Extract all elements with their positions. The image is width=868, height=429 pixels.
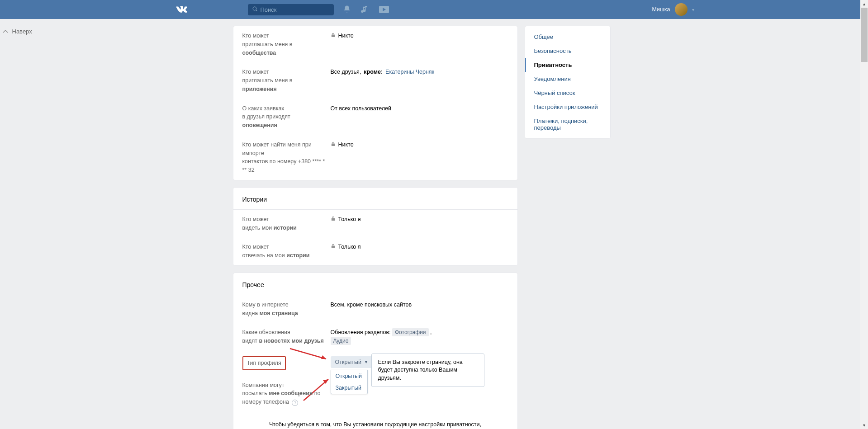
setting-row[interactable]: Кто можетприглашать меня в приложенияВсе… xyxy=(233,62,517,99)
settings-sidebar: ОбщееБезопасностьПриватностьУведомленияЧ… xyxy=(525,26,611,139)
setting-row[interactable]: Кто можетвидеть мои истории Только я xyxy=(233,210,517,238)
profile-type-dropdown-menu: Открытый Закрытый xyxy=(331,370,368,394)
scrollbar-down-arrow[interactable]: ▾ xyxy=(860,421,868,429)
video-icon[interactable] xyxy=(379,6,389,13)
setting-news-updates[interactable]: Какие обновлениявидят в новостях мои дру… xyxy=(233,323,517,351)
dropdown-option-open[interactable]: Открытый xyxy=(331,370,367,382)
search-input[interactable] xyxy=(261,6,329,13)
sidebar-item[interactable]: Чёрный список xyxy=(525,86,610,100)
dropdown-option-closed[interactable]: Закрытый xyxy=(331,382,367,394)
back-to-top[interactable]: Наверх xyxy=(2,28,32,35)
username: Мишка xyxy=(652,6,670,13)
setting-internet-visibility[interactable]: Кому в интернетевидна моя страница Всем,… xyxy=(233,295,517,323)
other-settings-panel: Прочее Кому в интернетевидна моя страниц… xyxy=(233,273,518,429)
svg-rect-3 xyxy=(331,143,334,146)
other-title: Прочее xyxy=(233,273,517,295)
setting-row[interactable]: Кто можетотвечать на мои истории Только … xyxy=(233,237,517,265)
sidebar-item[interactable]: Приватность xyxy=(525,58,610,72)
scrollbar-thumb[interactable] xyxy=(861,8,868,62)
sidebar-item[interactable]: Безопасность xyxy=(525,44,610,58)
lock-icon xyxy=(331,32,336,40)
chevron-down-icon: ▾ xyxy=(692,7,694,12)
chevron-down-icon: ▼ xyxy=(364,360,368,364)
svg-rect-5 xyxy=(331,246,334,249)
lock-icon xyxy=(331,141,336,149)
setting-row[interactable]: Кто можетприглашать меня в сообщества Ни… xyxy=(233,26,517,62)
stories-title: Истории xyxy=(233,188,517,210)
search-icon xyxy=(252,6,258,13)
svg-point-0 xyxy=(253,7,256,10)
music-icon[interactable] xyxy=(361,5,369,14)
exception-link[interactable]: Екатерины Черняк xyxy=(385,68,434,76)
lock-icon xyxy=(331,243,336,251)
sidebar-item[interactable]: Общее xyxy=(525,30,610,44)
scrollbar[interactable]: ▴ ▾ xyxy=(860,0,868,429)
lock-icon xyxy=(331,215,336,224)
tag-audio[interactable]: Аудио xyxy=(331,337,351,345)
privacy-footer: Чтобы убедиться в том, что Вы установили… xyxy=(233,412,517,429)
setting-profile-type: Тип профиля Открытый ▼ Открытый Закрытый… xyxy=(233,351,517,376)
sidebar-item[interactable]: Настройки приложений xyxy=(525,100,610,114)
header: Мишка ▾ xyxy=(0,0,868,19)
user-menu[interactable]: Мишка ▾ xyxy=(652,3,694,16)
profile-type-dropdown[interactable]: Открытый ▼ xyxy=(331,356,373,368)
profile-type-label-highlight: Тип профиля xyxy=(242,356,286,370)
notifications-icon[interactable] xyxy=(343,5,351,14)
setting-row[interactable]: О каких заявкахв друзья приходят оповеще… xyxy=(233,99,517,135)
sidebar-item[interactable]: Уведомления xyxy=(525,72,610,86)
vk-logo[interactable] xyxy=(174,5,187,15)
help-icon[interactable]: ? xyxy=(292,400,298,406)
svg-line-1 xyxy=(256,9,257,11)
scrollbar-up-arrow[interactable]: ▴ xyxy=(860,0,868,8)
tag-photos[interactable]: Фотографии xyxy=(392,328,429,336)
svg-rect-4 xyxy=(331,218,334,221)
sidebar-item[interactable]: Платежи, подписки, переводы xyxy=(525,114,610,135)
setting-row[interactable]: Кто может найти меня при импортеконтакто… xyxy=(233,135,517,180)
stories-settings-panel: Истории Кто можетвидеть мои истории Толь… xyxy=(233,187,518,266)
avatar xyxy=(675,3,688,16)
search-box[interactable] xyxy=(248,4,334,15)
svg-rect-2 xyxy=(331,35,334,38)
contact-settings-panel: Кто можетприглашать меня в сообщества Ни… xyxy=(233,26,518,180)
profile-type-tooltip: Если Вы закроете страницу, она будет дос… xyxy=(371,354,484,387)
